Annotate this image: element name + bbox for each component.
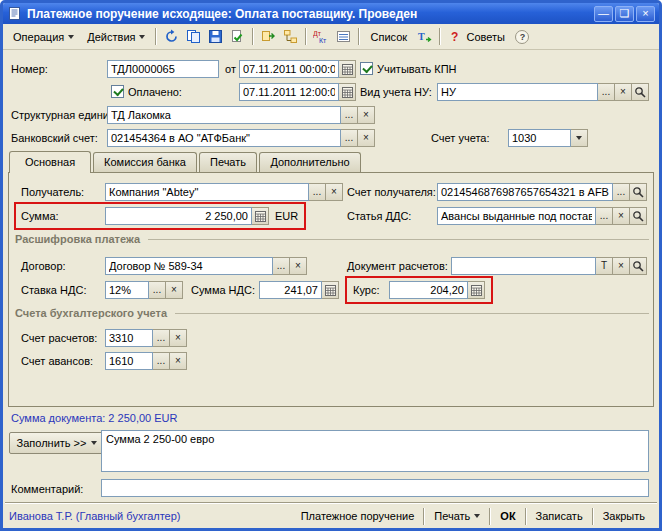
- close-form-button[interactable]: Закрыть: [595, 506, 653, 526]
- toolbar: Операция Действия ДтКт: [3, 24, 659, 50]
- chevron-down-icon: [139, 35, 145, 39]
- ok-button[interactable]: ОК: [492, 506, 523, 526]
- minimize-button[interactable]: —: [594, 6, 613, 22]
- ledger-account-input[interactable]: [508, 129, 571, 147]
- magnifier-icon: [632, 260, 644, 272]
- calculator-button[interactable]: [322, 281, 339, 299]
- dt-kt-movements-button[interactable]: ДтКт: [311, 26, 332, 47]
- chevron-down-icon: [576, 136, 582, 140]
- paid-label: Оплачено:: [128, 83, 182, 101]
- choose-button[interactable]: ...: [153, 329, 170, 347]
- kpn-checkbox[interactable]: [360, 62, 373, 75]
- fill-button[interactable]: Заполнить >>: [9, 432, 105, 454]
- movements-list-button[interactable]: [333, 26, 354, 47]
- advance-account-input[interactable]: [105, 352, 153, 370]
- operation-menu-button[interactable]: Операция: [7, 26, 80, 47]
- window-title: Платежное поручение исходящее: Оплата по…: [27, 7, 592, 21]
- button-separator: [489, 508, 491, 525]
- choose-button[interactable]: ...: [273, 257, 290, 275]
- go-to-button[interactable]: Т: [414, 26, 435, 47]
- button-separator: [423, 508, 425, 525]
- copy-button[interactable]: [183, 26, 204, 47]
- close-button[interactable]: ×: [636, 6, 655, 22]
- choose-button[interactable]: ...: [341, 106, 358, 124]
- choose-button[interactable]: ...: [613, 183, 630, 201]
- save-button[interactable]: [205, 26, 226, 47]
- actions-menu-button[interactable]: Действия: [81, 26, 151, 47]
- choose-button[interactable]: ...: [153, 352, 170, 370]
- create-based-on-button[interactable]: [258, 26, 279, 47]
- find-button[interactable]: [630, 207, 647, 225]
- advance-account-field: ... ×: [105, 352, 187, 370]
- clear-button[interactable]: ×: [613, 257, 630, 275]
- sum-input[interactable]: [105, 207, 252, 225]
- tab-print[interactable]: Печать: [199, 152, 257, 172]
- tips-label: Советы: [466, 31, 504, 43]
- comment-input[interactable]: [101, 479, 649, 497]
- exchange-rate-input[interactable]: [389, 281, 468, 299]
- choose-button[interactable]: ...: [309, 183, 326, 201]
- paid-date-field: [239, 83, 356, 101]
- contract-input[interactable]: [105, 257, 273, 275]
- recipient-input[interactable]: [105, 183, 309, 201]
- print-button[interactable]: Печать: [426, 506, 488, 526]
- calendar-button[interactable]: [339, 83, 356, 101]
- button-separator: [525, 508, 527, 525]
- text-edit-button[interactable]: Т: [596, 257, 613, 275]
- subordination-button[interactable]: [280, 26, 301, 47]
- doctype-menu-button[interactable]: Платежное поручение: [293, 506, 423, 526]
- clear-button[interactable]: ×: [358, 129, 375, 147]
- clear-button[interactable]: ×: [326, 183, 343, 201]
- tips-button[interactable]: ? Советы: [445, 26, 511, 47]
- find-button[interactable]: [630, 183, 647, 201]
- reread-icon: [164, 29, 179, 44]
- tab-additional[interactable]: Дополнительно: [259, 152, 361, 172]
- button-separator: [592, 508, 594, 525]
- find-button[interactable]: [632, 83, 649, 101]
- payment-purpose-textarea[interactable]: Сумма 2 250-00 евро: [101, 430, 649, 472]
- clear-button[interactable]: ×: [170, 329, 187, 347]
- bank-account-input[interactable]: [107, 129, 341, 147]
- maximize-button[interactable]: ❏: [615, 6, 634, 22]
- calendar-button[interactable]: [339, 60, 356, 78]
- recipient-account-input[interactable]: [437, 183, 613, 201]
- choose-button[interactable]: ...: [149, 281, 166, 299]
- clear-button[interactable]: ×: [615, 83, 632, 101]
- dropdown-button[interactable]: [571, 129, 588, 147]
- nu-input[interactable]: [437, 83, 598, 101]
- settlement-doc-input[interactable]: [451, 257, 596, 275]
- write-button[interactable]: Записать: [528, 506, 591, 526]
- choose-button[interactable]: ...: [598, 83, 615, 101]
- vat-sum-input[interactable]: [259, 281, 322, 299]
- help-button[interactable]: ?: [512, 26, 533, 47]
- tab-main[interactable]: Основная: [9, 151, 91, 173]
- calculator-button[interactable]: [468, 281, 485, 299]
- sum-label: Сумма:: [21, 207, 59, 225]
- reread-button[interactable]: [161, 26, 182, 47]
- list-button[interactable]: Список: [364, 26, 413, 47]
- bottom-button-bar: Иванова Т.Р. (Главный бухгалтер) Платежн…: [3, 504, 659, 528]
- advance-account-label: Счет авансов:: [21, 352, 93, 370]
- post-document-button[interactable]: [227, 26, 248, 47]
- clear-button[interactable]: ×: [613, 207, 630, 225]
- clear-button[interactable]: ×: [166, 281, 183, 299]
- choose-button[interactable]: ...: [596, 207, 613, 225]
- paid-checkbox[interactable]: [111, 85, 124, 98]
- clear-button[interactable]: ×: [358, 106, 375, 124]
- magnifier-icon: [632, 210, 644, 222]
- settlement-account-input[interactable]: [105, 329, 153, 347]
- tab-bank-commission[interactable]: Комиссия банка: [93, 152, 197, 172]
- operation-label: Операция: [13, 31, 64, 43]
- calculator-button[interactable]: [252, 207, 269, 225]
- choose-button[interactable]: ...: [341, 129, 358, 147]
- paid-date-input[interactable]: [239, 83, 339, 101]
- clear-button[interactable]: ×: [170, 352, 187, 370]
- unit-input[interactable]: [107, 106, 341, 124]
- find-button[interactable]: [630, 257, 647, 275]
- number-input[interactable]: [107, 60, 219, 78]
- clear-button[interactable]: ×: [290, 257, 307, 275]
- dds-input[interactable]: [437, 207, 596, 225]
- date-input[interactable]: [239, 60, 339, 78]
- recipient-account-label: Счет получателя:: [347, 183, 436, 201]
- vat-rate-input[interactable]: [105, 281, 149, 299]
